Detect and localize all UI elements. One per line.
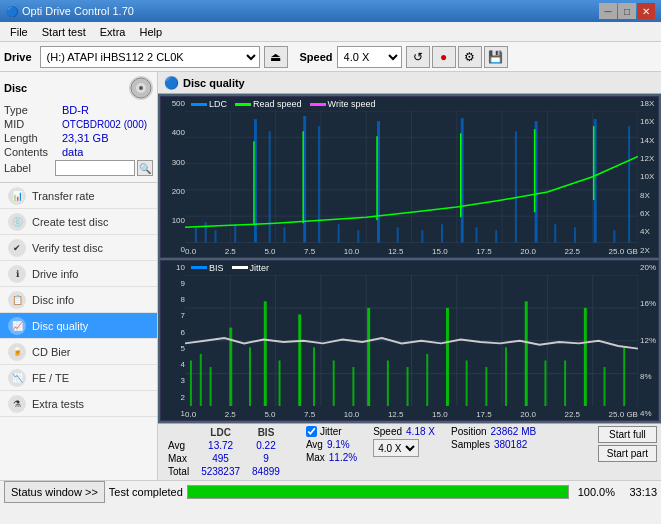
- title-bar-controls: ─ □ ✕: [599, 3, 655, 19]
- speed-label: Speed: [300, 51, 333, 63]
- maximize-button[interactable]: □: [618, 3, 636, 19]
- main-layout: Disc Type BD-R MID OTCBDR002 (000): [0, 72, 661, 480]
- content-area: 🔵 Disc quality LDC Read speed: [158, 72, 661, 480]
- svg-rect-84: [525, 301, 528, 406]
- disc-quality-label: Disc quality: [32, 320, 88, 332]
- legend-bis-label: BIS: [209, 263, 224, 273]
- speed-section: Speed 4.18 X 4.0 X: [373, 426, 435, 457]
- svg-rect-39: [554, 224, 556, 242]
- jitter-section: Jitter Avg 9.1% Max 11.2%: [306, 426, 357, 463]
- minimize-button[interactable]: ─: [599, 3, 617, 19]
- drive-toolbar: Drive (H:) ATAPI iHBS112 2 CL0K ⏏ Speed …: [0, 42, 661, 72]
- fe-te-icon: 📉: [8, 369, 26, 387]
- sidebar-item-transfer-rate[interactable]: 📊 Transfer rate: [0, 183, 157, 209]
- chart1: LDC Read speed Write speed 500 400: [160, 96, 659, 258]
- stats-total-ldc: 5238237: [195, 465, 246, 478]
- sidebar-item-disc-info[interactable]: 📋 Disc info: [0, 287, 157, 313]
- sidebar-item-extra-tests[interactable]: ⚗ Extra tests: [0, 391, 157, 417]
- jitter-checkbox[interactable]: [306, 426, 317, 437]
- legend-read-speed-color: [235, 103, 251, 106]
- menu-help[interactable]: Help: [133, 24, 168, 40]
- stats-avg-ldc: 13.72: [195, 439, 246, 452]
- legend-bis: BIS: [191, 263, 224, 273]
- disc-mid-value: OTCBDR002 (000): [62, 119, 147, 130]
- samples-value: 380182: [494, 439, 527, 450]
- stats-avg-bis: 0.22: [246, 439, 286, 452]
- disc-label-input[interactable]: [55, 160, 135, 176]
- chart1-y-axis-right: 18X 16X 14X 12X 10X 8X 6X 4X 2X: [638, 97, 658, 257]
- svg-rect-77: [387, 360, 389, 406]
- menu-bar: File Start test Extra Help: [0, 22, 661, 42]
- chart1-legend: LDC Read speed Write speed: [191, 99, 375, 109]
- stats-data-table: LDC BIS Avg 13.72 0.22 Max 495: [162, 426, 298, 478]
- legend-jitter: Jitter: [232, 263, 270, 273]
- svg-rect-78: [407, 367, 409, 406]
- svg-rect-20: [205, 222, 207, 242]
- sidebar-item-cd-bier[interactable]: 🍺 CD Bier: [0, 339, 157, 365]
- svg-rect-73: [313, 347, 315, 406]
- chart1-inner: [185, 111, 638, 243]
- stats-avg-label: Avg: [162, 439, 195, 452]
- start-part-button[interactable]: Start part: [598, 445, 657, 462]
- progress-bar-fill: [188, 486, 568, 498]
- transfer-rate-label: Transfer rate: [32, 190, 95, 202]
- sidebar-item-verify-test-disc[interactable]: ✔ Verify test disc: [0, 235, 157, 261]
- bottom-stats-area: LDC BIS Avg 13.72 0.22 Max 495: [158, 423, 661, 480]
- svg-rect-70: [264, 301, 267, 406]
- svg-rect-80: [446, 307, 449, 406]
- disc-length-label: Length: [4, 132, 62, 144]
- speed-refresh-button[interactable]: ↺: [406, 46, 430, 68]
- disc-label-button[interactable]: 🔍: [137, 160, 153, 176]
- disc-quality-title: Disc quality: [183, 77, 245, 89]
- stats-max-row: Max 495 9: [162, 452, 298, 465]
- svg-rect-22: [234, 224, 236, 242]
- status-window-button[interactable]: Status window >>: [4, 481, 105, 503]
- svg-rect-74: [333, 360, 335, 406]
- burn-button[interactable]: ●: [432, 46, 456, 68]
- speed-avg-value: 4.18 X: [406, 426, 435, 437]
- speed-row: Speed 4.18 X: [373, 426, 435, 437]
- menu-file[interactable]: File: [4, 24, 34, 40]
- menu-extra[interactable]: Extra: [94, 24, 132, 40]
- status-time: 33:13: [619, 486, 657, 498]
- disc-contents-label: Contents: [4, 146, 62, 158]
- drive-info-label: Drive info: [32, 268, 78, 280]
- verify-test-disc-icon: ✔: [8, 239, 26, 257]
- legend-ldc-color: [191, 103, 207, 106]
- svg-rect-88: [604, 367, 606, 406]
- legend-jitter-color: [232, 266, 248, 269]
- disc-type-label: Type: [4, 104, 62, 116]
- sidebar-item-disc-quality[interactable]: 📈 Disc quality: [0, 313, 157, 339]
- disc-length-value: 23,31 GB: [62, 132, 108, 144]
- stats-max-bis: 9: [246, 452, 286, 465]
- close-button[interactable]: ✕: [637, 3, 655, 19]
- extra-button[interactable]: ⚙: [458, 46, 482, 68]
- position-label: Position: [451, 426, 487, 437]
- jitter-max-row: Max 11.2%: [306, 452, 357, 463]
- save-button[interactable]: 💾: [484, 46, 508, 68]
- jitter-avg-label: Avg: [306, 439, 323, 450]
- title-bar-left: 🔵 Opti Drive Control 1.70: [6, 5, 134, 17]
- sidebar-item-drive-info[interactable]: ℹ Drive info: [0, 261, 157, 287]
- svg-rect-69: [249, 347, 251, 406]
- cd-bier-label: CD Bier: [32, 346, 71, 358]
- menu-start-test[interactable]: Start test: [36, 24, 92, 40]
- svg-rect-75: [352, 367, 354, 406]
- chart2-svg: [185, 275, 638, 407]
- speed-select-dropdown[interactable]: 4.0 X: [373, 439, 419, 457]
- speed-select[interactable]: 4.0 X: [337, 46, 402, 68]
- svg-rect-86: [564, 360, 566, 406]
- sidebar-item-fe-te[interactable]: 📉 FE / TE: [0, 365, 157, 391]
- fe-te-label: FE / TE: [32, 372, 69, 384]
- svg-rect-72: [298, 314, 301, 406]
- svg-rect-19: [195, 227, 197, 242]
- cd-bier-icon: 🍺: [8, 343, 26, 361]
- drive-select[interactable]: (H:) ATAPI iHBS112 2 CL0K: [40, 46, 260, 68]
- sidebar-item-create-test-disc[interactable]: 💿 Create test disc: [0, 209, 157, 235]
- start-full-button[interactable]: Start full: [598, 426, 657, 443]
- svg-rect-25: [283, 227, 285, 242]
- stats-table: LDC BIS Avg 13.72 0.22 Max 495: [162, 426, 298, 478]
- extra-tests-label: Extra tests: [32, 398, 84, 410]
- chart2-x-axis: 0.0 2.5 5.0 7.5 10.0 12.5 15.0 17.5 20.0…: [185, 410, 638, 420]
- eject-button[interactable]: ⏏: [264, 46, 288, 68]
